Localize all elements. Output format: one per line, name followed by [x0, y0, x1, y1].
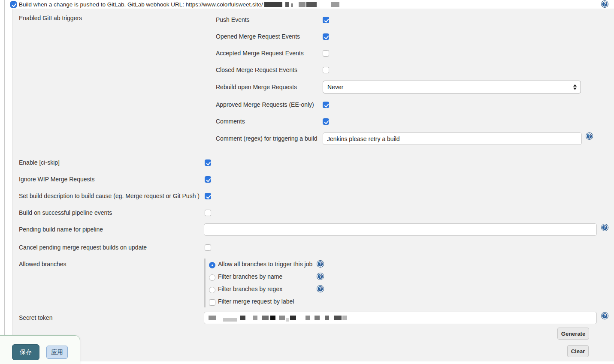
build-when-pushed-label: Build when a change is pushed to GitLab.…	[19, 1, 263, 8]
push-events-checkbox[interactable]	[323, 17, 329, 23]
build-when-pushed-checkbox[interactable]	[10, 1, 17, 8]
cancel-pending-mr-checkbox[interactable]	[205, 244, 211, 251]
opened-mr-events-label: Opened Merge Request Events	[216, 33, 300, 40]
help-icon[interactable]	[317, 261, 324, 267]
help-icon[interactable]	[317, 286, 324, 292]
approved-mr-label: Approved Merge Requests (EE-only)	[216, 101, 314, 108]
rebuild-open-mr-selected-value: Never	[327, 84, 343, 90]
closed-mr-events-checkbox[interactable]	[323, 67, 329, 73]
allow-all-branches-radio[interactable]	[209, 262, 215, 268]
help-icon[interactable]	[586, 133, 593, 139]
approved-mr-checkbox[interactable]	[323, 102, 329, 108]
pending-build-name-label: Pending build name for pipeline	[19, 226, 103, 233]
ignore-wip-mr-checkbox[interactable]	[205, 176, 211, 183]
section-indent-line	[4, 0, 5, 335]
help-icon[interactable]	[602, 224, 608, 231]
gitlab-trigger-config-page: Build when a change is pushed to GitLab.…	[0, 0, 614, 364]
enabled-triggers-label: Enabled GitLab triggers	[19, 15, 82, 22]
radio-group-indent-bar	[204, 259, 206, 307]
set-build-description-checkbox[interactable]	[205, 193, 211, 199]
cancel-pending-mr-label: Cancel pending merge request builds on u…	[19, 244, 147, 251]
generate-button[interactable]: Generate	[557, 328, 589, 340]
allowed-branches-label: Allowed branches	[19, 261, 67, 268]
filter-mr-by-label-checkbox[interactable]	[209, 299, 215, 306]
build-on-pipeline-checkbox[interactable]	[205, 210, 211, 216]
filter-branches-by-regex-label: Filter branches by regex	[218, 286, 282, 293]
ignore-wip-mr-label: Ignore WIP Merge Requests	[19, 176, 94, 183]
help-icon[interactable]	[602, 1, 608, 7]
accepted-mr-events-label: Accepted Merge Request Events	[216, 50, 304, 57]
rebuild-open-mr-label: Rebuild open Merge Requests	[216, 84, 297, 91]
allow-all-branches-label: Allow all branches to trigger this job	[218, 261, 312, 268]
enable-ci-skip-checkbox[interactable]	[205, 159, 211, 166]
select-stepper-icon	[573, 84, 577, 90]
filter-branches-by-name-radio[interactable]	[209, 274, 215, 281]
trigger-settings-panel	[12, 9, 614, 361]
save-button[interactable]: 保存	[12, 344, 39, 360]
rebuild-open-mr-select[interactable]: Never	[323, 81, 581, 93]
redacted-token-segment	[209, 315, 347, 322]
secret-token-label: Secret token	[19, 314, 53, 322]
secret-token-input[interactable]	[204, 312, 597, 324]
comment-regex-label: Comment (regex) for triggering a build	[216, 135, 318, 142]
apply-button[interactable]: 应用	[46, 346, 68, 359]
help-icon[interactable]	[317, 273, 324, 280]
comments-label: Comments	[216, 118, 245, 125]
opened-mr-events-checkbox[interactable]	[323, 33, 329, 40]
filter-mr-by-label-label: Filter merge request by label	[218, 298, 294, 305]
push-events-label: Push Events	[216, 16, 250, 24]
filter-branches-by-regex-radio[interactable]	[209, 287, 215, 293]
filter-branches-by-name-label: Filter branches by name	[218, 273, 282, 280]
comments-checkbox[interactable]	[323, 118, 329, 125]
header-row: Build when a change is pushed to GitLab.…	[19, 0, 339, 9]
set-build-description-label: Set build description to build cause (eg…	[19, 193, 200, 200]
closed-mr-events-label: Closed Merge Request Events	[216, 66, 297, 74]
accepted-mr-events-checkbox[interactable]	[323, 50, 329, 57]
clear-button[interactable]: Clear	[567, 345, 589, 357]
build-on-pipeline-label: Build on successful pipeline events	[19, 209, 112, 217]
pending-build-name-input[interactable]	[204, 223, 597, 236]
redacted-url-segment	[264, 2, 339, 7]
help-icon[interactable]	[602, 313, 608, 319]
comment-regex-input[interactable]	[323, 132, 582, 145]
enable-ci-skip-label: Enable [ci-skip]	[19, 159, 60, 166]
